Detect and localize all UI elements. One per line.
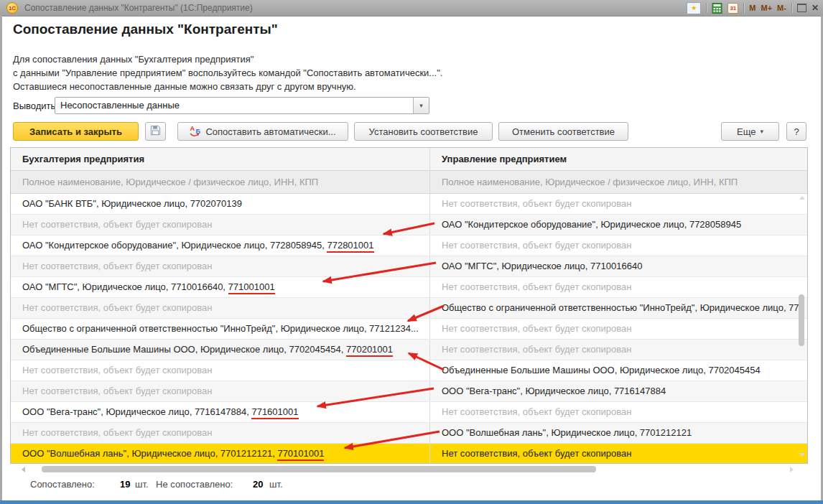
- matching-table: Бухгалтерия предприятия Управление предп…: [10, 147, 808, 464]
- table-cell-right[interactable]: Объединенные Большие Машины ООО, Юридиче…: [429, 360, 807, 381]
- column-header-management[interactable]: Управление предприятием: [429, 148, 807, 170]
- table-cell-left[interactable]: Нет соответствия, объект будет скопирова…: [11, 256, 429, 276]
- table-row[interactable]: Общество с ограниченной ответственностью…: [11, 319, 807, 340]
- set-match-button[interactable]: Установить соответствие: [354, 122, 493, 141]
- table-row[interactable]: ОАО "БАНК ВТБ", Юридическое лицо, 770207…: [11, 194, 807, 215]
- table-row[interactable]: Нет соответствия, объект будет скопирова…: [11, 298, 807, 319]
- table-row[interactable]: Нет соответствия, объект будет скопирова…: [11, 256, 807, 277]
- memory-plus-button[interactable]: M+: [761, 4, 773, 12]
- unset-match-button[interactable]: Отменить соответствие: [498, 122, 628, 141]
- table-row[interactable]: Нет соответствия, объект будет скопирова…: [11, 381, 807, 402]
- unmatched-label: Не сопоставлено:: [156, 479, 233, 490]
- table-cell-right[interactable]: Нет соответствия, объект будет скопирова…: [429, 402, 807, 422]
- save-and-close-button[interactable]: Записать и закрыть: [13, 122, 139, 141]
- table-cell-right[interactable]: ООО "Волшебная лань", Юридическое лицо, …: [429, 423, 807, 443]
- table-row[interactable]: ООО "Вега-транс", Юридическое лицо, 7716…: [11, 402, 807, 423]
- table-cell-left[interactable]: ООО "Вега-транс", Юридическое лицо, 7716…: [11, 402, 429, 422]
- display-mode-dropdown-button[interactable]: ▾: [413, 98, 429, 113]
- scroll-up-icon[interactable]: [799, 196, 805, 200]
- window-border-left: [0, 16, 2, 500]
- table-cell-right[interactable]: Нет соответствия, объект будет скопирова…: [429, 235, 807, 256]
- more-button[interactable]: Еще ▾: [721, 122, 779, 141]
- table-row[interactable]: Нет соответствия, объект будет скопирова…: [11, 215, 807, 235]
- titlebar-separator: [743, 3, 744, 13]
- memory-minus-button[interactable]: M-: [777, 4, 786, 12]
- table-header-row: Бухгалтерия предприятия Управление предп…: [11, 148, 807, 171]
- table-cell-right[interactable]: ООО "Вега-транс", Юридическое лицо, 7716…: [429, 381, 807, 401]
- description-line: с данными "Управление предприятием" восп…: [13, 66, 442, 80]
- chevron-down-icon: ▾: [419, 102, 423, 109]
- table-cell-left[interactable]: ООО "Волшебная лань", Юридическое лицо, …: [11, 444, 429, 463]
- table-subheader-row: Полное наименование, Юридическое / физич…: [11, 171, 807, 194]
- chevron-down-icon: ▾: [760, 128, 763, 135]
- table-cell-right[interactable]: Нет соответствия, объект будет скопирова…: [429, 319, 807, 339]
- description-line: Оставшиеся несопоставленные данные можно…: [13, 80, 442, 93]
- window-title: Сопоставление данных "Контрагенты" (1С:П…: [24, 3, 253, 13]
- table-cell-left[interactable]: Нет соответствия, объект будет скопирова…: [11, 381, 429, 401]
- table-cell-left[interactable]: ОАО "МГТС", Юридическое лицо, 7710016640…: [11, 277, 429, 297]
- table-cell-right[interactable]: ОАО "МГТС", Юридическое лицо, 7710016640: [429, 256, 807, 276]
- matched-unit: шт.: [135, 479, 149, 490]
- table-row[interactable]: ОАО "Кондитерское оборудование", Юридиче…: [11, 235, 807, 256]
- column-header-accounting[interactable]: Бухгалтерия предприятия: [11, 148, 429, 170]
- table-cell-right[interactable]: Нет соответствия, объект будет скопирова…: [429, 277, 807, 297]
- titlebar-separator: [706, 3, 707, 13]
- maximize-button[interactable]: [797, 4, 806, 12]
- description-line: Для сопоставления данных "Бухгалтерия пр…: [13, 52, 442, 66]
- page-title: Сопоставление данных "Контрагенты": [13, 22, 278, 37]
- matched-value: 19: [120, 479, 130, 490]
- more-label: Еще: [737, 126, 755, 137]
- help-label: ?: [794, 126, 799, 137]
- unmatched-value: 20: [253, 479, 263, 490]
- memory-button[interactable]: M: [749, 4, 755, 12]
- subheader-right: Полное наименование, Юридическое / физич…: [429, 171, 807, 193]
- match-automatically-label: Сопоставить автоматически...: [205, 126, 335, 137]
- save-and-close-label: Записать и закрыть: [29, 126, 122, 137]
- set-match-label: Установить соответствие: [369, 126, 478, 137]
- matched-label: Сопоставлено:: [30, 479, 95, 490]
- table-cell-left[interactable]: Нет соответствия, объект будет скопирова…: [11, 215, 429, 235]
- unmatched-unit: шт.: [269, 479, 283, 490]
- table-cell-right[interactable]: Нет соответствия, объект будет скопирова…: [429, 444, 807, 463]
- scroll-left-icon[interactable]: [22, 467, 25, 472]
- save-icon-button[interactable]: [145, 122, 166, 141]
- window-titlebar: 1С Сопоставление данных "Контрагенты" (1…: [0, 0, 823, 17]
- app-window: 1С Сопоставление данных "Контрагенты" (1…: [0, 0, 823, 504]
- horizontal-scrollbar-thumb[interactable]: [42, 466, 596, 472]
- display-mode-select[interactable]: Несопоставленные данные ▾: [55, 97, 429, 114]
- table-cell-left[interactable]: Нет соответствия, объект будет скопирова…: [11, 298, 429, 318]
- kpp-underlined: 771001001: [228, 281, 275, 294]
- table-cell-left[interactable]: ОАО "БАНК ВТБ", Юридическое лицо, 770207…: [11, 194, 429, 214]
- display-mode-label: Выводить:: [13, 101, 58, 111]
- favorites-icon[interactable]: ★: [687, 2, 701, 14]
- table-cell-left[interactable]: Нет соответствия, объект будет скопирова…: [11, 360, 429, 381]
- table-row-selected[interactable]: ООО "Волшебная лань", Юридическое лицо, …: [11, 444, 807, 464]
- table-cell-left[interactable]: Общество с ограниченной ответственностью…: [11, 319, 429, 339]
- table-row[interactable]: ОАО "МГТС", Юридическое лицо, 7710016640…: [11, 277, 807, 298]
- calculator-icon[interactable]: [712, 3, 722, 14]
- table-cell-right[interactable]: Нет соответствия, объект будет скопирова…: [429, 340, 807, 360]
- table-cell-left[interactable]: ОАО "Кондитерское оборудование", Юридиче…: [11, 235, 429, 256]
- kpp-underlined: 770201001: [346, 344, 393, 357]
- page-description: Для сопоставления данных "Бухгалтерия пр…: [13, 52, 442, 93]
- table-cell-left[interactable]: Нет соответствия, объект будет скопирова…: [11, 423, 429, 443]
- scroll-right-icon[interactable]: [790, 467, 794, 472]
- table-cell-right[interactable]: ОАО "Кондитерское оборудование", Юридиче…: [429, 215, 807, 235]
- maximize-icon: [797, 4, 806, 12]
- kpp-underlined: 770101001: [277, 448, 324, 461]
- display-mode-value: Несопоставленные данные: [55, 98, 413, 113]
- table-row[interactable]: Объединенные Большие Машины ООО, Юридиче…: [11, 340, 807, 360]
- calendar-icon[interactable]: 31: [727, 3, 738, 14]
- floppy-icon: [150, 125, 161, 138]
- close-button[interactable]: ✕: [812, 3, 819, 13]
- table-cell-left[interactable]: Объединенные Большие Машины ООО, Юридиче…: [11, 340, 429, 360]
- table-row[interactable]: Нет соответствия, объект будет скопирова…: [11, 423, 807, 444]
- help-button[interactable]: ?: [786, 122, 806, 141]
- match-auto-icon: АБ: [190, 126, 201, 137]
- match-automatically-button[interactable]: АБ Сопоставить автоматически...: [177, 122, 348, 141]
- table-cell-right[interactable]: Общество с ограниченной ответственностью…: [429, 298, 807, 318]
- vertical-scrollbar-thumb[interactable]: [799, 294, 804, 346]
- table-cell-right[interactable]: Нет соответствия, объект будет скопирова…: [429, 194, 807, 214]
- scroll-down-icon[interactable]: [799, 453, 805, 457]
- table-row[interactable]: Нет соответствия, объект будет скопирова…: [11, 360, 807, 381]
